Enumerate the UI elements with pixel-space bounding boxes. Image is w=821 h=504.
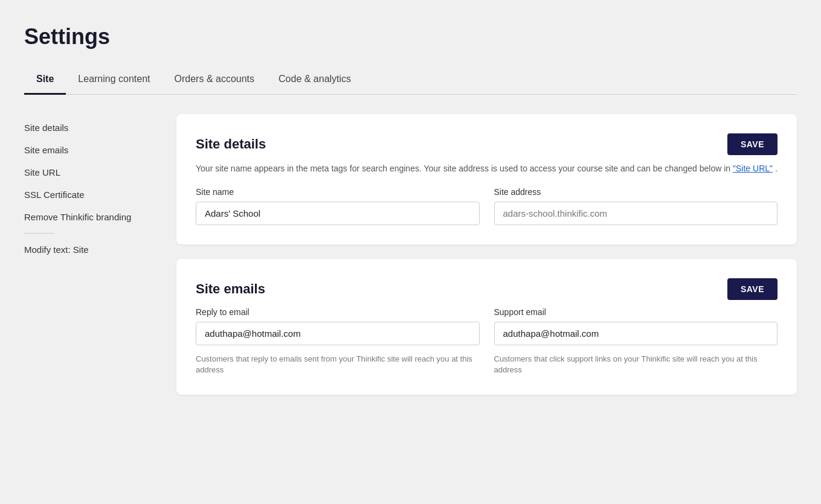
sidebar-item-site-url[interactable]: Site URL <box>24 161 157 183</box>
reply-email-label: Reply to email <box>196 307 480 317</box>
sidebar-divider <box>24 233 54 234</box>
site-name-input[interactable] <box>196 202 480 225</box>
sidebar-item-modify-text[interactable]: Modify text: Site <box>24 238 157 261</box>
site-name-group: Site name <box>196 187 480 225</box>
tab-code-analytics[interactable]: Code & analytics <box>266 66 363 95</box>
site-emails-form-row: Reply to email Customers that reply to e… <box>196 307 778 375</box>
site-address-label: Site address <box>494 187 778 197</box>
support-email-input[interactable] <box>494 322 778 345</box>
site-emails-card-header: Site emails SAVE <box>196 278 778 300</box>
tabs-nav: Site Learning content Orders & accounts … <box>24 66 797 95</box>
site-emails-title: Site emails <box>196 281 265 297</box>
sidebar-item-site-details[interactable]: Site details <box>24 116 157 139</box>
tab-site[interactable]: Site <box>24 66 66 95</box>
support-email-hint: Customers that click support links on yo… <box>494 354 778 375</box>
tab-orders-accounts[interactable]: Orders & accounts <box>163 66 267 95</box>
site-details-form-row: Site name Site address <box>196 187 778 225</box>
reply-email-input[interactable] <box>196 322 480 345</box>
site-emails-save-button[interactable]: SAVE <box>727 278 778 300</box>
support-email-group: Support email Customers that click suppo… <box>494 307 778 375</box>
site-details-title: Site details <box>196 136 266 152</box>
site-details-description: Your site name appears in the meta tags … <box>196 162 778 175</box>
sidebar-item-site-emails[interactable]: Site emails <box>24 139 157 161</box>
site-address-input[interactable] <box>494 202 778 225</box>
site-details-card: Site details SAVE Your site name appears… <box>176 114 797 244</box>
site-emails-card: Site emails SAVE Reply to email Customer… <box>176 259 797 395</box>
site-url-link[interactable]: "Site URL" <box>733 164 773 173</box>
sidebar-item-ssl-certificate[interactable]: SSL Certificate <box>24 183 157 206</box>
page-title: Settings <box>24 24 797 49</box>
reply-email-group: Reply to email Customers that reply to e… <box>196 307 480 375</box>
main-content: Site details SAVE Your site name appears… <box>176 114 797 395</box>
site-name-label: Site name <box>196 187 480 197</box>
reply-email-hint: Customers that reply to emails sent from… <box>196 354 480 375</box>
tab-learning-content[interactable]: Learning content <box>66 66 162 95</box>
support-email-label: Support email <box>494 307 778 317</box>
sidebar-item-remove-branding[interactable]: Remove Thinkific branding <box>24 206 157 228</box>
sidebar: Site details Site emails Site URL SSL Ce… <box>24 114 157 395</box>
site-details-save-button[interactable]: SAVE <box>727 133 778 155</box>
site-details-card-header: Site details SAVE <box>196 133 778 155</box>
site-address-group: Site address <box>494 187 778 225</box>
